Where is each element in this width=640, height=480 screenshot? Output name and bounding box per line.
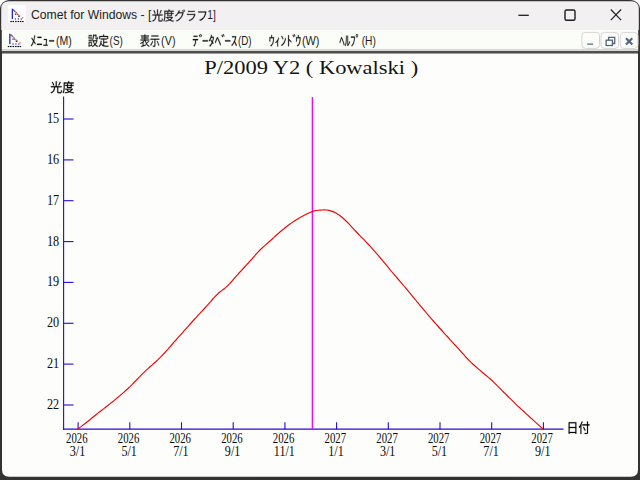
svg-text:(V): (V) [161,34,175,48]
svg-text:P/2009 Y2 ( Kowalski ): P/2009 Y2 ( Kowalski ) [204,57,418,79]
svg-text:19: 19 [47,274,59,289]
svg-text:3/1: 3/1 [380,444,396,459]
svg-text:15: 15 [47,111,59,126]
svg-text:(W): (W) [302,34,320,48]
svg-text:16: 16 [47,152,59,167]
svg-text:(H): (H) [362,34,376,48]
svg-text:5/1: 5/1 [432,444,448,459]
svg-text:11/1: 11/1 [274,444,295,459]
svg-text:17: 17 [47,193,59,208]
svg-text:1]: 1] [207,8,216,22]
svg-text:22: 22 [47,397,59,412]
svg-text:(S): (S) [110,34,123,48]
svg-text:1/1: 1/1 [328,444,344,459]
svg-text:21: 21 [47,356,59,371]
svg-text:Comet for Windows - [: Comet for Windows - [ [31,8,152,22]
svg-text:9/1: 9/1 [225,444,241,459]
svg-text:5/1: 5/1 [121,444,137,459]
svg-text:18: 18 [47,234,59,249]
svg-text:7/1: 7/1 [483,444,499,459]
svg-text:7/1: 7/1 [173,444,189,459]
svg-text:(M): (M) [56,34,72,48]
svg-text:20: 20 [47,315,59,330]
svg-text:9/1: 9/1 [535,444,551,459]
svg-text:3/1: 3/1 [70,444,86,459]
svg-text:(D): (D) [238,34,252,48]
